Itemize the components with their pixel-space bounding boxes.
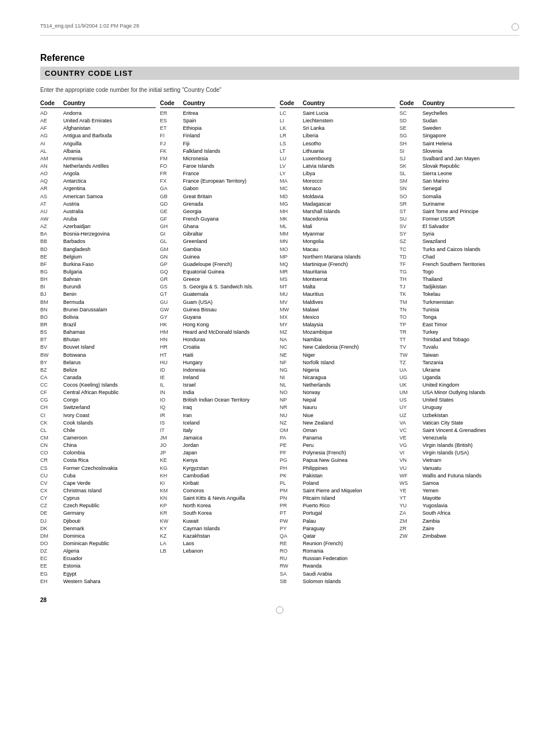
list-item: BTBhutan <box>40 336 156 343</box>
entry-code: MO <box>280 246 303 253</box>
list-item: KYCayman Islands <box>160 525 276 532</box>
entry-country: Saudi Arabia <box>303 570 395 577</box>
entry-code: FK <box>160 148 183 155</box>
entry-code: BT <box>40 336 63 343</box>
entry-code: BD <box>40 246 63 253</box>
list-item: ISIceland <box>160 419 276 426</box>
entry-code: TZ <box>400 359 423 366</box>
entry-country: Senegal <box>423 185 515 192</box>
entry-country: Cayman Islands <box>183 525 276 532</box>
entry-country: Congo <box>63 396 156 403</box>
entry-country: Maldives <box>303 299 395 306</box>
entry-code: TO <box>400 314 423 321</box>
list-item: FJFiji <box>160 140 276 147</box>
list-item: CRCosta Rica <box>40 457 156 464</box>
list-item: BYBelarus <box>40 359 156 366</box>
entry-country: Poland <box>303 480 395 487</box>
entry-country: Switzerland <box>63 404 156 411</box>
entry-country: Luxembourg <box>303 155 395 162</box>
entry-code: MS <box>280 276 303 283</box>
list-item: ASAmerican Samoa <box>40 193 156 200</box>
entry-country: Northern Mariana Islands <box>303 253 395 260</box>
list-item: COColombia <box>40 449 156 456</box>
entry-country: Tonga <box>423 314 515 321</box>
list-item: PMSaint Pierre and Miquelon <box>280 487 395 494</box>
entry-country: Cameroon <box>63 434 156 441</box>
list-item: NZNew Zealand <box>280 419 395 426</box>
entry-country: Namibia <box>303 336 395 343</box>
entry-code: CK <box>40 419 63 426</box>
list-item: KWKuwait <box>160 518 276 524</box>
list-item: BSBahamas <box>40 329 156 335</box>
list-item: FXFrance (European Territory) <box>160 178 276 184</box>
entry-code: BA <box>40 230 63 237</box>
list-item: CUCuba <box>40 472 156 479</box>
entry-country: Singapore <box>423 132 515 139</box>
entry-code: IN <box>160 389 183 396</box>
list-item: LILiechtenstein <box>280 117 395 124</box>
col-header-code-label: Code <box>400 100 423 106</box>
col-header-country-label: Country <box>63 100 85 106</box>
entry-code: NZ <box>280 419 303 426</box>
entry-code: NG <box>280 367 303 373</box>
list-item: LKSri Lanka <box>280 125 395 132</box>
entry-country: Saint Lucia <box>303 110 395 117</box>
list-item: TMTurkmenistan <box>400 299 515 306</box>
list-item: PYParaguay <box>280 525 395 532</box>
entry-country: Indonesia <box>183 367 276 373</box>
entry-code: TP <box>400 321 423 328</box>
entry-country: Great Britain <box>183 193 276 200</box>
entry-country: Guadeloupe (French) <box>183 261 276 268</box>
entry-country: Niue <box>303 412 395 419</box>
entry-code: KN <box>160 495 183 502</box>
list-item: BFBurkina Faso <box>40 261 156 268</box>
list-item: AFAfghanistan <box>40 125 156 132</box>
list-item: BEBelgium <box>40 253 156 260</box>
entry-code: RE <box>280 540 303 547</box>
entry-country: Cape Verde <box>63 480 156 487</box>
list-item: TPEast Timor <box>400 321 515 328</box>
list-item: SOSomalia <box>400 193 515 200</box>
entry-code: MD <box>280 193 303 200</box>
list-item: CYCyprus <box>40 495 156 502</box>
entry-code: ES <box>160 117 183 124</box>
entry-country: Cyprus <box>63 495 156 502</box>
list-item: LVLatvia Islands <box>280 163 395 169</box>
entry-code: IR <box>160 412 183 419</box>
list-item: BMBermuda <box>40 299 156 306</box>
entry-country: Cocos (Keeling) Islands <box>63 381 156 388</box>
col-header-country-label: Country <box>303 100 325 106</box>
list-item: SISlovenia <box>400 148 515 155</box>
entry-country: Azerbaidjan <box>63 223 156 230</box>
list-item: PEPeru <box>280 442 395 449</box>
list-item: SNSenegal <box>400 185 515 192</box>
entry-code: NF <box>280 359 303 366</box>
entry-country: Saint Kitts & Nevis Anguilla <box>183 495 276 502</box>
entry-code: HU <box>160 359 183 366</box>
entry-code: GE <box>160 208 183 215</box>
entry-code: MW <box>280 306 303 313</box>
entry-country: Honduras <box>183 336 276 343</box>
list-item: AEUnited Arab Emirates <box>40 117 156 124</box>
entry-code: PW <box>280 518 303 524</box>
entry-country: East Timor <box>423 321 515 328</box>
list-item: CMCameroon <box>40 434 156 441</box>
entry-code: AR <box>40 185 63 192</box>
entry-country: Malta <box>303 283 395 290</box>
entry-code: MG <box>280 200 303 207</box>
list-item: YTMayotte <box>400 495 515 502</box>
list-item: NONorway <box>280 389 395 396</box>
entry-code: CU <box>40 472 63 479</box>
entry-country: Portugal <box>303 510 395 516</box>
list-item: LULuxembourg <box>280 155 395 162</box>
entry-code: KW <box>160 518 183 524</box>
entry-code: VI <box>400 449 423 456</box>
entry-country: Kazakhstan <box>183 533 276 539</box>
entry-country: Mozambique <box>303 329 395 335</box>
entry-code: LS <box>280 140 303 147</box>
entry-country: Qatar <box>303 533 395 539</box>
list-item: AUAustralia <box>40 208 156 215</box>
entry-country: Kenya <box>183 457 276 464</box>
reference-title: Reference <box>40 53 519 63</box>
list-item: USUnited States <box>400 396 515 403</box>
